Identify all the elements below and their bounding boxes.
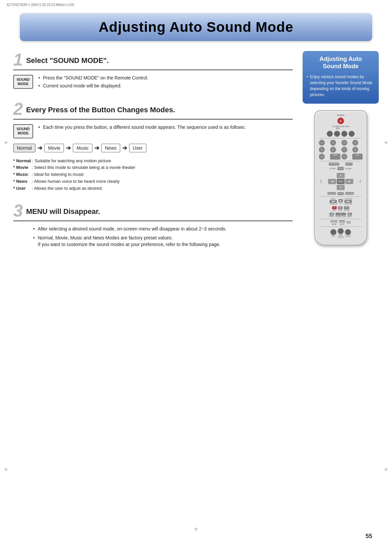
file-info: 4272/4274(45~) 2004.5.28 10:23 AM페이지55 [7, 3, 74, 7]
page-header: Adjusting Auto Sound Mode [20, 13, 372, 41]
remote-num-9[interactable]: 9 [319, 154, 325, 160]
remote-next-label: NEXT [347, 216, 352, 218]
remote-picture-row: PICTUREMODE SOUNDMODE STILL [318, 221, 364, 225]
remote-prev-label: PREV [329, 216, 334, 218]
remote-pause-btn[interactable]: ⏸ [344, 206, 350, 209]
remote-stop-group: ■ STOP [338, 206, 343, 211]
remote-sleep-group: SLEEP [345, 229, 351, 237]
remote-sat-label: SAT [341, 126, 344, 129]
remote-dpad-down[interactable]: ▼ [337, 185, 345, 190]
step3-bullet-list: After selecting a desired sound mode, on… [33, 226, 293, 248]
remote-stop-btn[interactable]: ■ [338, 206, 343, 209]
step1-bullet-list: Press the "SOUND MODE" on the Remote Con… [38, 75, 148, 90]
remote-num-6[interactable]: 6 [330, 147, 336, 153]
remote-caption-label: CAPTION [344, 198, 352, 200]
remote-mts-btn[interactable] [330, 229, 336, 235]
remote-mute-row: MUTE ◀◀ F.R/SLOW ▶ PLAY CAPTION ▶▶ F.F/S… [318, 198, 364, 205]
arrow-3: ➔ [94, 144, 99, 152]
remote-num-3[interactable]: 3 [341, 140, 347, 146]
cross-mark-right-top: + [384, 139, 388, 147]
remote-open-group: ▲ OPEN/CLOSE [335, 213, 346, 218]
remote-display-btn[interactable]: DISP [330, 154, 340, 160]
step1-title: Select "SOUND MODE". [26, 51, 109, 65]
remote-sleep-btn[interactable] [345, 229, 351, 235]
mode-user: User [129, 144, 146, 152]
remote-caption-group: CAPTION ▶▶ F.F/SLOW [344, 198, 352, 205]
remote-rec-group: ● REC [332, 206, 337, 211]
remote-dpad-left[interactable]: ◀ [328, 179, 336, 184]
step3-bullet-1: After selecting a desired sound mode, on… [33, 226, 293, 232]
remote-multimedia-btn[interactable]: MULTI [345, 163, 353, 166]
remote-catv-btn[interactable] [349, 131, 355, 137]
remote-play-btn[interactable]: ▶ [338, 199, 343, 202]
remote-num-8[interactable]: 8 [352, 147, 358, 153]
remote-tvvideo-btn[interactable]: TV/VIDEO [329, 163, 339, 166]
remote-dpad-menu[interactable]: MENU [337, 179, 345, 184]
remote-mts-row: MTS ADD/ERASE SLEEP [318, 228, 364, 238]
def-music-key: * Music [13, 171, 30, 178]
definitions-list: * Normal : Suitable for watching any mot… [13, 158, 293, 192]
remote-prev-group: |◀ PREV [329, 213, 334, 218]
remote-ch-up-btn[interactable]: CH▲ [337, 167, 344, 170]
remote-prev-ch-btn[interactable]: PREV.CH [327, 192, 336, 195]
remote-num-4[interactable]: 4 [352, 140, 358, 146]
def-music-desc: : Ideal for listening to music [32, 171, 84, 178]
step3-header: 3 MENU will Disappear. [13, 202, 293, 221]
remote-102-btn[interactable]: 102 [352, 154, 363, 160]
sidebar-info-box: Adjusting AutoSound Mode Enjoy various s… [303, 51, 379, 104]
remote-rec-btn[interactable]: ● [332, 206, 337, 209]
remote-sound-group: SOUNDMODE [339, 221, 345, 225]
remote-dpad: ▲ ◀ MENU ▶ ▼ [328, 173, 353, 190]
def-news: * News : Allows human voice to be heard … [13, 178, 293, 185]
remote-num-7[interactable]: 7 [341, 147, 347, 153]
step-1: 1 Select "SOUND MODE". SOUND MODE Press … [13, 51, 293, 90]
remote-add-btn[interactable] [338, 228, 344, 234]
def-movie-desc: : Select this mode to simulate being at … [32, 164, 135, 171]
right-column: Adjusting AutoSound Mode Enjoy various s… [299, 51, 379, 258]
mode-movie: Movie [44, 144, 64, 152]
remote-num-1[interactable]: 1 [319, 140, 325, 146]
remote-screen-size-btn[interactable]: SCR SIZE [345, 192, 354, 195]
remote-source-row: TV VIDEO/DVD SAT CATV [318, 126, 364, 129]
remote-dpad-up[interactable]: ▲ [337, 173, 345, 178]
remote-tv-btn[interactable] [327, 131, 333, 137]
remote-still-group: STILL [346, 222, 351, 224]
remote-sat-btn[interactable] [341, 131, 347, 137]
step2-body: SOUND MODE Each time you press the butto… [13, 124, 293, 138]
remote-prev-btn[interactable]: |◀ [329, 213, 334, 216]
def-normal-key: * Normal [13, 158, 31, 165]
remote-power-btn[interactable]: ⏻ [337, 118, 344, 124]
remote-mute-btn[interactable]: ◀◀ [329, 200, 337, 203]
def-news-desc: : Allows human voice to be heard more cl… [32, 178, 120, 185]
remote-next-btn[interactable]: ▶| [347, 213, 352, 216]
remote-prev-row: |◀ PREV ▲ OPEN/CLOSE ▶| NEXT [318, 213, 364, 218]
remote-dpad-right[interactable]: ▶ [345, 179, 353, 184]
remote-ch-down-btn[interactable]: CH▼ [337, 192, 344, 195]
remote-divider-5 [319, 226, 362, 227]
mode-music: Music [73, 144, 92, 152]
remote-rec-row: ● REC ■ STOP ⏸ PAUSE [318, 206, 364, 211]
def-movie-key: * Movie [13, 164, 30, 171]
page-number: 55 [366, 533, 372, 540]
remote-stop-label: STOP [338, 209, 343, 211]
sidebar-description: Enjoy various sound modes by selecting y… [307, 74, 375, 98]
mode-sequence: Normal ➔ Movie ➔ Music ➔ News ➔ User [13, 144, 293, 152]
def-normal: * Normal : Suitable for watching any mot… [13, 158, 293, 165]
remote-num-2[interactable]: 2 [330, 140, 336, 146]
step1-body: SOUND MODE Press the "SOUND MODE" on the… [13, 75, 293, 90]
remote-sleep-label: SLEEP [345, 235, 351, 237]
remote-vd-btn[interactable] [334, 131, 340, 137]
remote-num-5[interactable]: 5 [319, 147, 325, 153]
remote-num-0[interactable]: 0 [341, 154, 347, 160]
remote-next-group: ▶| NEXT [347, 213, 352, 218]
remote-divider-3 [319, 196, 362, 197]
remote-picture-group: PICTUREMODE [330, 221, 338, 225]
arrow-1: ➔ [37, 144, 42, 152]
remote-ff-btn[interactable]: ▶▶ [344, 200, 352, 203]
step3-number: 3 [13, 202, 23, 219]
remote-pause-label: PAUSE [344, 209, 350, 211]
remote-play-label: PLAY [338, 202, 343, 204]
remote-dpad-container: VOL ▲ ◀ MENU ▶ ▼ CH [320, 172, 361, 191]
main-content: 1 Select "SOUND MODE". SOUND MODE Press … [0, 51, 392, 258]
remote-open-btn[interactable]: ▲ [335, 213, 346, 216]
